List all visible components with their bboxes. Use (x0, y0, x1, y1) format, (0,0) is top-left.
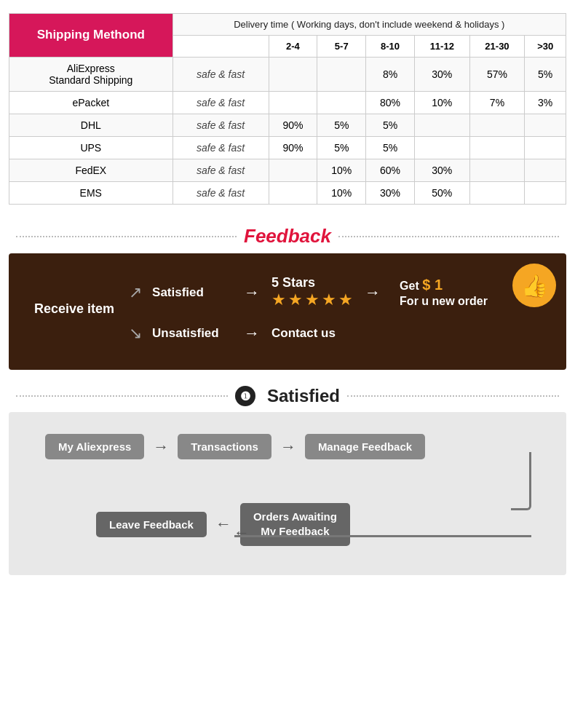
shipping-value-cell (317, 58, 366, 92)
shipping-name-cell: DHL (9, 114, 173, 137)
dotted-line-left (16, 236, 237, 237)
day-range-col0 (172, 36, 269, 58)
dotted-line-right (338, 236, 559, 237)
shipping-row: FedEXsafe & fast10%60%30% (9, 159, 566, 182)
arrow-to-contact: → (244, 324, 260, 343)
shipping-name-cell: ePacket (9, 92, 173, 114)
shipping-table: Shipping Methond Delivery time ( Working… (9, 13, 566, 205)
shipping-method-header: Shipping Methond (9, 14, 173, 58)
arrow-1: → (153, 438, 169, 456)
satisfied-divider: ❶ Satisfied (0, 370, 575, 412)
manage-feedback-button[interactable]: Manage Feedback (305, 434, 425, 459)
shipping-value-cell (317, 92, 366, 114)
shipping-value-cell (469, 137, 525, 159)
unsatisfied-label: Unsatisfied (152, 326, 232, 341)
feedback-flow-box: 👍 Receive item ↗ Satisfied → 5 Stars ★ ★… (9, 253, 566, 370)
shipping-value-cell (269, 92, 317, 114)
five-stars-label: 5 Stars (271, 275, 315, 290)
unsatisfied-branch: ↘ Unsatisfied → Contact us (129, 324, 488, 343)
star-5: ★ (338, 290, 353, 309)
shipping-value-cell (525, 137, 566, 159)
shipping-row: ePacketsafe & fast80%10%7%3% (9, 92, 566, 114)
get-money-text: Get $ 1 For u new order (400, 275, 488, 309)
shipping-row: AliExpressStandard Shippingsafe & fast8%… (9, 58, 566, 92)
sat-dotted-line-right (347, 395, 559, 397)
shipping-row: DHLsafe & fast90%5%5% (9, 114, 566, 137)
day-range-col2: 5-7 (317, 36, 366, 58)
shipping-value-cell: 10% (317, 159, 366, 182)
shipping-section: Shipping Methond Delivery time ( Working… (0, 0, 575, 212)
shipping-value-cell: 30% (366, 182, 415, 205)
star-2: ★ (288, 290, 303, 309)
shipping-value-cell (525, 159, 566, 182)
feedback-divider: Feedback (0, 212, 575, 253)
arrow-to-stars: → (244, 283, 260, 302)
shipping-row: UPSsafe & fast90%5%5% (9, 137, 566, 159)
shipping-value-cell: 30% (414, 58, 469, 92)
shipping-value-cell (469, 182, 525, 205)
shipping-value-cell: 57% (469, 58, 525, 92)
orders-awaiting-button[interactable]: Orders AwaitingMy Feedback (240, 503, 350, 546)
satisfied-branch: ↗ Satisfied → 5 Stars ★ ★ ★ ★ ★ → Get $ … (129, 275, 488, 309)
shipping-value-cell: 10% (414, 92, 469, 114)
day-range-col5: 21-30 (469, 36, 525, 58)
left-arrowhead: ← (234, 523, 250, 542)
shipping-name-cell: UPS (9, 137, 173, 159)
shipping-quality-cell: safe & fast (172, 114, 269, 137)
day-range-col1: 2-4 (269, 36, 317, 58)
shipping-value-cell: 10% (317, 182, 366, 205)
satisfied-number: ❶ (235, 386, 255, 406)
contact-us-label: Contact us (271, 326, 336, 341)
shipping-value-cell: 5% (525, 58, 566, 92)
shipping-value-cell (414, 114, 469, 137)
satisfied-label: Satisfied (152, 285, 232, 300)
shipping-value-cell (414, 137, 469, 159)
shipping-value-cell (269, 182, 317, 205)
shipping-value-cell: 90% (269, 137, 317, 159)
thumb-icon: 👍 (512, 264, 556, 307)
shipping-name-cell: AliExpressStandard Shipping (9, 58, 173, 92)
shipping-value-cell: 3% (525, 92, 566, 114)
receive-item-label: Receive item (34, 301, 114, 317)
arrow-3: ← (215, 515, 231, 534)
shipping-value-cell (469, 114, 525, 137)
shipping-quality-cell: safe & fast (172, 159, 269, 182)
day-range-col4: 11-12 (414, 36, 469, 58)
shipping-quality-cell: safe & fast (172, 92, 269, 114)
sat-dotted-line-left (16, 395, 228, 397)
flow-top-row: My Aliexpress → Transactions → Manage Fe… (45, 434, 552, 459)
leave-feedback-button[interactable]: Leave Feedback (96, 512, 207, 537)
shipping-value-cell (269, 58, 317, 92)
corner-connector (511, 452, 531, 510)
satisfied-section-title: Satisfied (267, 386, 340, 406)
delivery-time-header: Delivery time ( Working days, don't incl… (172, 14, 566, 36)
feedback-title: Feedback (244, 225, 331, 248)
shipping-value-cell: 80% (366, 92, 415, 114)
shipping-value-cell (469, 159, 525, 182)
star-4: ★ (322, 290, 336, 309)
shipping-name-cell: EMS (9, 182, 173, 205)
shipping-quality-cell: safe & fast (172, 58, 269, 92)
day-range-col3: 8-10 (366, 36, 415, 58)
arrow-2: → (280, 438, 296, 456)
flow-bottom-row: Leave Feedback ← Orders AwaitingMy Feedb… (96, 503, 552, 546)
shipping-name-cell: FedEX (9, 159, 173, 182)
shipping-value-cell (525, 114, 566, 137)
shipping-value-cell: 30% (414, 159, 469, 182)
day-range-col6: >30 (525, 36, 566, 58)
shipping-quality-cell: safe & fast (172, 137, 269, 159)
bottom-left-line (234, 535, 531, 537)
shipping-value-cell: 5% (317, 114, 366, 137)
shipping-value-cell (269, 159, 317, 182)
star-1: ★ (271, 290, 286, 309)
shipping-value-cell: 50% (414, 182, 469, 205)
shipping-value-cell (525, 182, 566, 205)
get-money-line2: For u new order (400, 295, 488, 307)
flow-diagram-box: My Aliexpress → Transactions → Manage Fe… (9, 412, 566, 575)
transactions-button[interactable]: Transactions (178, 434, 271, 459)
shipping-row: EMSsafe & fast10%30%50% (9, 182, 566, 205)
star-3: ★ (305, 290, 320, 309)
my-aliexpress-button[interactable]: My Aliexpress (45, 434, 144, 459)
shipping-value-cell: 5% (366, 114, 415, 137)
shipping-quality-cell: safe & fast (172, 182, 269, 205)
